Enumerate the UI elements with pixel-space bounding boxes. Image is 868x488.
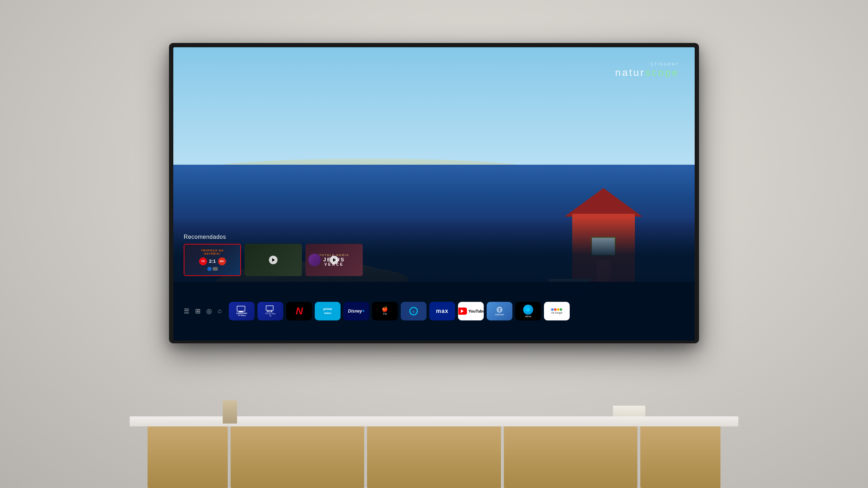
play-button-2[interactable] bbox=[269, 256, 278, 264]
tv-vivo-label: TV ao VivoAl bbox=[265, 313, 275, 317]
home-icon: ⌂ bbox=[218, 307, 222, 315]
decorative-roll bbox=[223, 400, 237, 424]
album-art bbox=[308, 253, 321, 266]
menu-nav-icon[interactable]: ☰ bbox=[184, 307, 189, 315]
team2-logo: MU bbox=[218, 257, 226, 265]
alexa-content: alexa bbox=[523, 305, 533, 318]
app-prime-video[interactable]: primevideo bbox=[315, 302, 341, 320]
app-ok-google[interactable]: Ok Google bbox=[544, 302, 570, 320]
badge1 bbox=[207, 267, 212, 271]
tv-stand bbox=[130, 416, 738, 488]
channel-name: naturscope bbox=[615, 67, 679, 78]
app-apple-tv[interactable]: 🍎 TV bbox=[372, 302, 398, 320]
stand-top bbox=[130, 416, 738, 426]
globo-logo: g bbox=[409, 307, 418, 315]
google-dot-yellow bbox=[557, 308, 559, 311]
multiview-nav-icon[interactable]: ⊞ bbox=[195, 307, 201, 315]
prime-video-text: video bbox=[324, 311, 332, 315]
svg-rect-1 bbox=[239, 311, 243, 312]
youtube-logo: YouTube bbox=[458, 308, 484, 315]
app-netflix[interactable]: N bbox=[286, 302, 312, 320]
google-label: Ok Google bbox=[551, 311, 562, 314]
rec-item-1-badges bbox=[207, 267, 218, 271]
channel-name-colored: scope bbox=[645, 67, 679, 78]
section-title: Recomendados bbox=[184, 234, 684, 240]
stand-panel-center bbox=[367, 426, 501, 488]
app-alexa[interactable]: alexa bbox=[515, 302, 541, 320]
tv-frame: STINGRAY naturscope Recomendados TROPEÇO… bbox=[169, 43, 699, 343]
rec-item-1-label2: ESTRÉIA! bbox=[204, 252, 220, 255]
app-bar: ☰ ⊞ ◎ ⌂ bbox=[173, 282, 695, 340]
home-nav-icon[interactable]: ⌂ bbox=[218, 307, 222, 315]
play-triangle-3 bbox=[333, 258, 336, 262]
app-samsung-tv-plus[interactable]: SAMSUNGTV Plus bbox=[229, 302, 255, 320]
svg-rect-3 bbox=[266, 306, 273, 310]
team1-abbr: YD bbox=[201, 260, 205, 262]
app-max[interactable]: max bbox=[429, 302, 455, 320]
play-button-3[interactable] bbox=[330, 256, 338, 264]
ambient-icon: ◎ bbox=[206, 307, 212, 315]
badge2 bbox=[213, 267, 218, 271]
alexa-ring bbox=[523, 305, 533, 315]
stand-panel-center-right bbox=[504, 426, 637, 488]
app-internet[interactable]: Internet bbox=[487, 302, 512, 320]
stand-panel-right bbox=[640, 426, 720, 488]
samsung-label: SAMSUNGTV Plus bbox=[236, 312, 247, 317]
house-roof bbox=[564, 188, 642, 217]
recommended-section: Recomendados TROPEÇO NA ESTRÉIA! YD 2:1 bbox=[184, 234, 684, 276]
apple-tv-text: TV bbox=[382, 312, 388, 317]
app-disney-plus[interactable]: Disney+ bbox=[343, 302, 369, 320]
stingray-brand: STINGRAY bbox=[615, 62, 679, 66]
app-tv-ao-vivo[interactable]: TV ao VivoAl bbox=[257, 302, 283, 320]
ambient-nav-icon[interactable]: ◎ bbox=[206, 307, 212, 315]
multiview-icon: ⊞ bbox=[195, 307, 201, 315]
samsung-tv-icon bbox=[236, 306, 247, 312]
alexa-label: alexa bbox=[525, 315, 531, 318]
tv-screen: STINGRAY naturscope Recomendados TROPEÇO… bbox=[173, 47, 695, 340]
google-dot-red bbox=[554, 308, 556, 311]
tv-ao-vivo-icon bbox=[265, 305, 275, 313]
app-youtube[interactable]: YouTube bbox=[458, 302, 484, 320]
recommended-items: TROPEÇO NA ESTRÉIA! YD 2:1 MU bbox=[184, 244, 684, 276]
disney-plus-sign: + bbox=[362, 309, 365, 314]
youtube-play-btn bbox=[458, 308, 467, 315]
stand-panel-center-left bbox=[231, 426, 364, 488]
rec-item-2[interactable]: ⚽ bbox=[245, 244, 302, 276]
rec-item-1-score-area: YD 2:1 MU bbox=[199, 257, 226, 265]
tv-wrapper: STINGRAY naturscope Recomendados TROPEÇO… bbox=[169, 43, 699, 343]
internet-content: Internet bbox=[495, 306, 504, 316]
google-content: Ok Google bbox=[551, 308, 562, 314]
disney-logo: Disney+ bbox=[348, 309, 365, 314]
decorative-book bbox=[613, 406, 645, 416]
menu-icon: ☰ bbox=[184, 307, 189, 315]
internet-label: Internet bbox=[495, 313, 504, 316]
rec-item-1-label: TROPEÇO NA bbox=[201, 249, 223, 252]
svg-rect-0 bbox=[237, 306, 245, 311]
netflix-logo: N bbox=[296, 305, 302, 317]
google-dot-green bbox=[560, 308, 562, 311]
rec-item-3[interactable]: TOTALE NORIS JESUS VENCE bbox=[305, 244, 363, 276]
internet-globe-icon bbox=[495, 306, 504, 313]
stand-body bbox=[148, 426, 720, 488]
team2-abbr: MU bbox=[220, 260, 224, 262]
max-logo: max bbox=[436, 308, 448, 314]
apple-tv-logo: 🍎 TV bbox=[382, 306, 388, 317]
nav-icons: ☰ ⊞ ◎ ⌂ bbox=[184, 307, 222, 315]
prime-logo: primevideo bbox=[323, 307, 332, 315]
globo-g: g bbox=[413, 310, 415, 313]
stand-panel-left bbox=[148, 426, 228, 488]
youtube-play-triangle bbox=[461, 309, 464, 313]
channel-logo: STINGRAY naturscope bbox=[615, 62, 679, 78]
rec-item-1[interactable]: TROPEÇO NA ESTRÉIA! YD 2:1 MU bbox=[184, 244, 241, 276]
app-globoplay[interactable]: g bbox=[401, 302, 426, 320]
alexa-dot bbox=[526, 308, 530, 311]
apple-icon: 🍎 bbox=[382, 306, 388, 312]
play-triangle-2 bbox=[272, 258, 275, 262]
globo-circle: g bbox=[409, 307, 418, 315]
youtube-text: YouTube bbox=[468, 309, 484, 313]
score-display: 2:1 bbox=[209, 259, 216, 264]
google-dots bbox=[551, 308, 562, 311]
google-dot-blue bbox=[551, 308, 554, 311]
team1-logo: YD bbox=[199, 257, 207, 265]
